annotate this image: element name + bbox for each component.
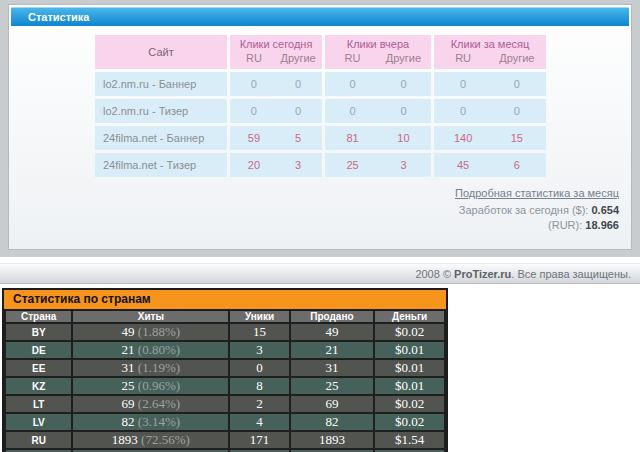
clicks-value: 0 (276, 105, 320, 117)
clicks-value: 0 (327, 78, 378, 90)
hits-cell: 1893 (72.56%) (72, 431, 229, 449)
money-cell: $1.54 (374, 431, 445, 449)
sold-cell: 21 (290, 341, 374, 359)
clicks-value: 3 (378, 159, 429, 171)
country-stats-section: Статистика по странам СтранаХитыУникиПро… (2, 288, 448, 452)
country-code-cell: LT (5, 395, 72, 413)
group-title: Клики за месяц (434, 38, 546, 52)
copyright-suffix: . Все права защищены. (511, 268, 631, 280)
column-header-group: Клики вчераRUДругие (325, 35, 431, 69)
copyright-prefix: 2008 © (415, 268, 454, 280)
country-code-cell: BY (5, 323, 72, 341)
clicks-group-cell: 00 (325, 72, 431, 96)
hits-cell: 69 (2.64%) (72, 395, 229, 413)
sold-cell: 25 (290, 377, 374, 395)
top-stats-section: Статистика Сайт Клики сегодняRUДругиеКли… (0, 0, 640, 257)
clicks-value: 59 (232, 132, 276, 144)
clicks-group-cell: 00 (230, 99, 322, 123)
brand-name: ProTizer.ru (454, 268, 511, 280)
hits-percent: (1.19%) (138, 360, 180, 375)
sold-cell: 69 (290, 395, 374, 413)
site-stats-table: Сайт Клики сегодняRUДругиеКлики вчераRUД… (92, 32, 549, 180)
country-code-cell: RU (5, 431, 72, 449)
money-cell: $0.01 (374, 377, 445, 395)
money-cell: $0.02 (374, 413, 445, 431)
table-row: 24filma.net - Тизер203253456 (95, 153, 546, 177)
sold-cell: 31 (290, 359, 374, 377)
country-code-cell: KZ (5, 377, 72, 395)
clicks-group-cell: 253 (325, 153, 431, 177)
clicks-group-cell: 203 (230, 153, 322, 177)
stats-panel-title: Статистика (28, 11, 90, 23)
country-row: DE21 (0.80%)321$0.01 (5, 341, 445, 359)
clicks-value: 0 (436, 78, 490, 90)
hits-percent: (2.64%) (138, 396, 180, 411)
site-name-cell: lo2.nm.ru - Баннер (95, 72, 227, 96)
monthly-stats-link[interactable]: Подробная статистика за месяц (455, 187, 619, 199)
group-subheader: RU (327, 52, 378, 64)
country-column-header: Хиты (72, 310, 229, 323)
group-title: Клики сегодня (230, 38, 322, 52)
clicks-value: 0 (378, 78, 429, 90)
country-column-header: Продано (290, 310, 374, 323)
earnings-today-value: 0.654 (591, 204, 619, 216)
country-row: LT69 (2.64%)269$0.02 (5, 395, 445, 413)
clicks-value: 3 (276, 159, 320, 171)
earnings-today-line: Заработок за сегодня ($): 0.654 (11, 203, 619, 218)
hits-cell: 82 (3.14%) (72, 413, 229, 431)
clicks-group-cell: 14015 (434, 126, 546, 150)
country-row: RU1893 (72.56%)1711893$1.54 (5, 431, 445, 449)
country-code-cell: LV (5, 413, 72, 431)
table-row: 24filma.net - Баннер595811014015 (95, 126, 546, 150)
clicks-value: 0 (490, 105, 544, 117)
group-subheader: Другие (490, 52, 544, 64)
site-stats-header-row: Сайт Клики сегодняRUДругиеКлики вчераRUД… (95, 35, 546, 69)
uniques-cell: 3 (229, 341, 289, 359)
clicks-value: 15 (490, 132, 544, 144)
hits-cell: 49 (1.88%) (72, 323, 229, 341)
hits-cell: 21 (0.80%) (72, 341, 229, 359)
hits-cell: 25 (0.96%) (72, 377, 229, 395)
uniques-cell: 2 (229, 395, 289, 413)
uniques-cell: 4 (229, 413, 289, 431)
hits-cell: 31 (1.19%) (72, 359, 229, 377)
group-subheader: RU (232, 52, 276, 64)
country-row: LV82 (3.14%)482$0.02 (5, 413, 445, 431)
column-header-site: Сайт (95, 35, 227, 69)
country-code-cell: DE (5, 341, 72, 359)
clicks-value: 20 (232, 159, 276, 171)
site-stats-body: lo2.nm.ru - Баннер000000lo2.nm.ru - Тизе… (95, 72, 546, 177)
clicks-value: 25 (327, 159, 378, 171)
clicks-value: 0 (378, 105, 429, 117)
hits-percent: (72.56%) (141, 432, 190, 447)
group-subheader: RU (436, 52, 490, 64)
clicks-group-cell: 00 (434, 99, 546, 123)
clicks-value: 6 (490, 159, 544, 171)
clicks-group-cell: 595 (230, 126, 322, 150)
hits-percent: (1.88%) (138, 324, 180, 339)
country-stats-header-row: СтранаХитыУникиПроданоДеньги (5, 310, 445, 323)
uniques-cell: 15 (229, 323, 289, 341)
site-name-cell: 24filma.net - Баннер (95, 126, 227, 150)
table-row: lo2.nm.ru - Баннер000000 (95, 72, 546, 96)
clicks-value: 10 (378, 132, 429, 144)
earnings-today-label: Заработок за сегодня ($): (459, 204, 592, 216)
country-column-header: Деньги (374, 310, 445, 323)
country-column-header: Страна (5, 310, 72, 323)
earnings-rur-line: (RUR): 18.966 (11, 218, 619, 233)
country-row: BY49 (1.88%)1549$0.02 (5, 323, 445, 341)
column-header-group: Клики за месяцRUДругие (434, 35, 546, 69)
country-stats-title-text: Статистика по странам (13, 292, 151, 306)
country-code-cell: EE (5, 359, 72, 377)
clicks-value: 81 (327, 132, 378, 144)
earnings-rur-label: (RUR): (548, 219, 585, 231)
country-stats-title: Статистика по странам (4, 290, 446, 309)
stats-panel: Статистика Сайт Клики сегодняRUДругиеКли… (8, 4, 632, 250)
clicks-value: 0 (490, 78, 544, 90)
country-column-header: Уники (229, 310, 289, 323)
earnings-block: Подробная статистика за месяц Заработок … (11, 180, 629, 243)
money-cell: $0.01 (374, 341, 445, 359)
uniques-cell: 8 (229, 377, 289, 395)
sold-cell: 82 (290, 413, 374, 431)
hits-percent: (0.80%) (138, 342, 180, 357)
